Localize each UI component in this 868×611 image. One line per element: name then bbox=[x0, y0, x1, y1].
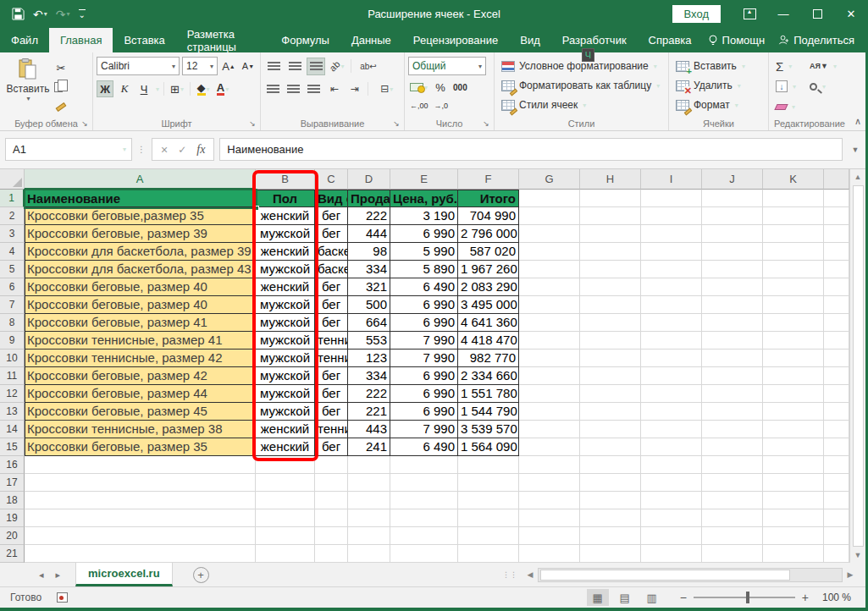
cell-C10[interactable]: теннис bbox=[315, 350, 348, 367]
format-painter-icon[interactable] bbox=[53, 98, 69, 115]
cell-A1[interactable]: Наименование bbox=[25, 190, 256, 207]
cell-I8[interactable] bbox=[641, 314, 702, 332]
cell-F7[interactable]: 3 495 000 bbox=[458, 296, 519, 314]
sign-in-button[interactable]: Вход bbox=[672, 5, 721, 23]
cell-E3[interactable]: 6 990 bbox=[390, 225, 458, 243]
accounting-format-icon[interactable]: ▾ bbox=[408, 79, 429, 96]
cell-C11[interactable]: бег bbox=[315, 367, 348, 385]
cell-C15[interactable]: бег bbox=[315, 438, 348, 456]
cell-A17[interactable] bbox=[25, 474, 256, 492]
cell-K19[interactable] bbox=[763, 509, 824, 527]
clear-button[interactable]: ▾ bbox=[776, 97, 803, 116]
scroll-right-icon[interactable]: ▶ bbox=[844, 567, 856, 582]
cell-D11[interactable]: 334 bbox=[348, 367, 390, 385]
cell-D7[interactable]: 500 bbox=[348, 296, 390, 314]
cell-E21[interactable] bbox=[390, 545, 458, 563]
decrease-decimal-icon[interactable]: →,0 bbox=[433, 97, 451, 114]
cell-E10[interactable]: 7 990 bbox=[390, 350, 458, 367]
font-color-icon[interactable]: А▾ bbox=[214, 80, 231, 97]
increase-indent-icon[interactable]: ⇥ bbox=[346, 80, 363, 98]
cell-K9[interactable] bbox=[763, 332, 824, 350]
cell-J4[interactable] bbox=[702, 243, 763, 261]
zoom-slider[interactable] bbox=[694, 597, 795, 598]
cell-J9[interactable] bbox=[702, 332, 763, 350]
cell-D12[interactable]: 222 bbox=[348, 385, 390, 403]
cells-item-1[interactable]: ✕Удалить▾ bbox=[676, 76, 765, 95]
sheet-tab-active[interactable]: microexcel.ru bbox=[75, 563, 173, 586]
cell-E18[interactable] bbox=[390, 492, 458, 509]
insert-function-icon[interactable]: fx bbox=[196, 143, 205, 157]
cell-A11[interactable]: Кроссовки беговые, размер 42 bbox=[25, 367, 256, 385]
cell-D5[interactable]: 334 bbox=[348, 261, 390, 278]
cell-B21[interactable] bbox=[256, 545, 315, 563]
cell-G5[interactable] bbox=[519, 261, 580, 278]
cell-I6[interactable] bbox=[641, 278, 702, 296]
cell-A13[interactable]: Кроссовки беговые, размер 45 bbox=[25, 403, 256, 421]
cell-F13[interactable]: 1 544 790 bbox=[458, 403, 519, 421]
cell-F15[interactable]: 1 564 090 bbox=[458, 438, 519, 456]
cell-B14[interactable]: женский bbox=[256, 421, 315, 438]
cell-F10[interactable]: 982 770 bbox=[458, 350, 519, 367]
cells-item-0[interactable]: +Вставить▾ bbox=[676, 57, 765, 75]
cell-I12[interactable] bbox=[641, 385, 702, 403]
cell-G19[interactable] bbox=[519, 509, 580, 527]
cell-I14[interactable] bbox=[641, 421, 702, 438]
cell-K16[interactable] bbox=[763, 456, 824, 474]
cell-K13[interactable] bbox=[763, 403, 824, 421]
cell-E2[interactable]: 3 190 bbox=[390, 207, 458, 225]
cell-D8[interactable]: 664 bbox=[348, 314, 390, 332]
next-sheet-icon[interactable]: ▸ bbox=[56, 570, 61, 581]
alignment-dialog-launcher[interactable]: ↘ bbox=[391, 118, 401, 129]
cell-F6[interactable]: 2 083 290 bbox=[458, 278, 519, 296]
expand-formula-bar-icon[interactable]: ▼ bbox=[848, 138, 863, 161]
cell-H21[interactable] bbox=[580, 545, 641, 563]
row-header-16[interactable]: 16 bbox=[0, 456, 25, 474]
cell-C19[interactable] bbox=[315, 509, 348, 527]
cell-G3[interactable] bbox=[519, 225, 580, 243]
cell-J1[interactable] bbox=[702, 190, 763, 207]
copy-icon[interactable]: ▾ bbox=[53, 79, 69, 96]
redo-button[interactable]: ↷▾ bbox=[56, 8, 70, 20]
underline-button[interactable]: Ч bbox=[135, 80, 152, 97]
cell-J12[interactable] bbox=[702, 385, 763, 403]
cell-G6[interactable] bbox=[519, 278, 580, 296]
cell-C1[interactable]: Вид спорта bbox=[315, 190, 348, 207]
cell-B5[interactable]: мужской bbox=[256, 261, 315, 278]
cell-F19[interactable] bbox=[458, 509, 519, 527]
cell-F2[interactable]: 704 990 bbox=[458, 207, 519, 225]
cell-B1[interactable]: Пол bbox=[256, 190, 315, 207]
styles-item-1[interactable]: Форматировать как таблицу▾ bbox=[501, 76, 665, 95]
align-right-icon[interactable] bbox=[305, 80, 323, 98]
horizontal-scroll-thumb[interactable] bbox=[540, 570, 790, 581]
row-header-2[interactable]: 2 bbox=[0, 207, 25, 225]
cell-H13[interactable] bbox=[580, 403, 641, 421]
cell-G1[interactable] bbox=[519, 190, 580, 207]
cell-G4[interactable] bbox=[519, 243, 580, 261]
number-format-select[interactable]: Общий▾ bbox=[408, 57, 486, 75]
row-header-20[interactable]: 20 bbox=[0, 527, 25, 545]
row-header-15[interactable]: 15 bbox=[0, 438, 25, 456]
cell-C8[interactable]: бег bbox=[315, 314, 348, 332]
percent-style-icon[interactable]: % bbox=[432, 79, 449, 96]
cell-D21[interactable] bbox=[348, 545, 390, 563]
cell-G15[interactable] bbox=[519, 438, 580, 456]
cell-F8[interactable]: 4 641 360 bbox=[458, 314, 519, 332]
cell-K15[interactable] bbox=[763, 438, 824, 456]
scroll-left-icon[interactable]: ◀ bbox=[524, 567, 536, 582]
cell-K18[interactable] bbox=[763, 492, 824, 509]
save-icon[interactable] bbox=[12, 8, 25, 20]
customize-qat-button[interactable]: ⌄ bbox=[79, 9, 86, 19]
font-dialog-launcher[interactable]: ↘ bbox=[247, 118, 257, 129]
cell-H2[interactable] bbox=[580, 207, 641, 225]
cell-D18[interactable] bbox=[348, 492, 390, 509]
fill-color-icon[interactable]: ◆▾ bbox=[195, 80, 212, 97]
column-header-E[interactable]: E bbox=[390, 169, 458, 190]
cell-B17[interactable] bbox=[256, 474, 315, 492]
cell-F16[interactable] bbox=[458, 456, 519, 474]
zoom-level[interactable]: 100 % bbox=[814, 592, 851, 603]
cell-I5[interactable] bbox=[641, 261, 702, 278]
cell-C3[interactable]: бег bbox=[315, 225, 348, 243]
cell-C12[interactable]: бег bbox=[315, 385, 348, 403]
cell-B18[interactable] bbox=[256, 492, 315, 509]
cell-C6[interactable]: бег bbox=[315, 278, 348, 296]
